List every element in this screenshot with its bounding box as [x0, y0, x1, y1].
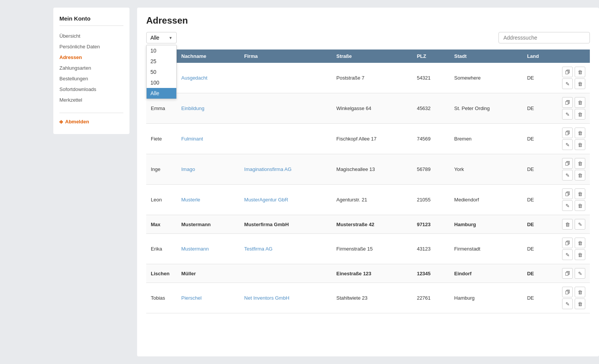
copy-address-button[interactable]: 🗍: [562, 158, 573, 169]
logout-button[interactable]: ⎆ Abmelden: [59, 117, 89, 126]
cell-firma: [240, 63, 332, 93]
cell-plz: 45632: [412, 93, 450, 124]
cell-nachname: Mustermann: [177, 234, 240, 264]
col-land: Land: [522, 49, 557, 63]
delete-address-button-bottom[interactable]: 🗑: [575, 78, 585, 89]
cell-strasse: Stahltwiete 23: [332, 283, 412, 313]
edit-address-button[interactable]: ✎: [575, 268, 585, 279]
edit-address-button[interactable]: ✎: [562, 299, 573, 309]
cell-vorname: Tobias: [146, 283, 177, 313]
delete-address-button-bottom[interactable]: 🗑: [575, 139, 585, 150]
cell-actions: 🗍🗑✎🗑: [557, 63, 590, 93]
two-row-actions: 🗍🗑✎🗑: [561, 188, 585, 211]
table-row: TobiasPierschelNet Inventors GmbHStahltw…: [146, 283, 590, 313]
edit-address-button[interactable]: ✎: [562, 170, 573, 180]
cell-nachname: Imago: [177, 154, 240, 185]
cell-nachname: Mustermann: [177, 215, 240, 234]
cell-plz: 74569: [412, 124, 450, 154]
delete-address-button[interactable]: 🗑: [562, 219, 573, 230]
nav-item-bestellungen[interactable]: Bestellungen: [59, 73, 123, 84]
two-row-actions: 🗍🗑✎🗑: [561, 158, 585, 180]
cell-nachname: Einbildung: [177, 93, 240, 124]
dropdown-option-50[interactable]: 50: [147, 67, 176, 77]
cell-actions: 🗍🗑✎🗑: [557, 185, 590, 215]
copy-address-button[interactable]: 🗍: [562, 188, 573, 199]
col-firma: Firma: [240, 49, 332, 63]
nav-item-adressen[interactable]: Adressen: [59, 52, 123, 62]
dropdown-option-25[interactable]: 25: [147, 56, 176, 67]
nav-item-sofortdownloads[interactable]: Sofortdownloads: [59, 84, 123, 94]
delete-address-button-top[interactable]: 🗑: [575, 158, 585, 169]
delete-address-button-bottom[interactable]: 🗑: [575, 170, 585, 180]
cell-land: DE: [522, 185, 557, 215]
cell-land: DE: [522, 283, 557, 313]
cell-strasse: Fischkopf Allee 17: [332, 124, 412, 154]
delete-address-button-top[interactable]: 🗑: [575, 128, 585, 138]
edit-address-button[interactable]: ✎: [562, 139, 573, 150]
cell-vorname: Max: [146, 215, 177, 234]
cell-firma: Testfirma AG: [240, 234, 332, 264]
delete-address-button-top[interactable]: 🗑: [575, 97, 585, 108]
col-plz: PLZ: [412, 49, 450, 63]
cell-firma: MusterAgentur GbR: [240, 185, 332, 215]
cell-stadt: Hamburg: [450, 215, 522, 234]
dropdown-option-alle[interactable]: Alle: [147, 88, 176, 99]
table-row: ErikaMustermannTestfirma AGFirmenstraße …: [146, 234, 590, 264]
delete-address-button-top[interactable]: 🗑: [575, 287, 585, 297]
cell-actions: 🗍🗑✎🗑: [557, 124, 590, 154]
table-row: LeonMusterleMusterAgentur GbRAgenturstr.…: [146, 185, 590, 215]
cell-actions: 🗍🗑✎🗑: [557, 93, 590, 124]
table-row: LischenMüllerEinestraße 12312345EindorfD…: [146, 264, 590, 283]
delete-address-button-top[interactable]: 🗑: [575, 188, 585, 199]
per-page-dropdown-wrapper: Alle ▼ 10 25 50 100 Alle: [146, 32, 177, 43]
delete-address-button-bottom[interactable]: 🗑: [575, 299, 585, 309]
cell-strasse: Musterstraße 42: [332, 215, 412, 234]
edit-address-button[interactable]: ✎: [562, 78, 573, 89]
cell-vorname: Lischen: [146, 264, 177, 283]
nav-item-ubersicht[interactable]: Übersicht: [59, 30, 123, 41]
col-actions: [557, 49, 590, 63]
col-strasse: Straße: [332, 49, 412, 63]
nav-item-zahlungsarten[interactable]: Zahlungsarten: [59, 62, 123, 73]
cell-strasse: Winkelgasse 64: [332, 93, 412, 124]
dropdown-selected-value: Alle: [150, 35, 159, 41]
cell-land: DE: [522, 154, 557, 185]
copy-address-button[interactable]: 🗍: [562, 287, 573, 297]
cell-land: DE: [522, 124, 557, 154]
copy-address-button[interactable]: 🗍: [562, 268, 573, 279]
cell-nachname: Pierschel: [177, 283, 240, 313]
account-nav-list: Übersicht Persönliche Daten Adressen Zah…: [59, 30, 123, 105]
nav-item-persdata[interactable]: Persönliche Daten: [59, 41, 123, 52]
cell-stadt: Somewhere: [450, 63, 522, 93]
edit-address-button[interactable]: ✎: [575, 219, 585, 230]
cell-plz: 97123: [412, 215, 450, 234]
dropdown-option-100[interactable]: 100: [147, 77, 176, 88]
nav-item-merkzettel[interactable]: Merkzettel: [59, 94, 123, 105]
delete-address-button-top[interactable]: 🗑: [575, 238, 585, 248]
edit-address-button[interactable]: ✎: [562, 249, 573, 260]
copy-address-button[interactable]: 🗍: [562, 128, 573, 138]
page-title: Adressen: [146, 15, 590, 26]
cell-vorname: Fiete: [146, 124, 177, 154]
cell-stadt: Firmenstadt: [450, 234, 522, 264]
cell-actions: 🗍🗑✎🗑: [557, 154, 590, 185]
left-sidebar: [0, 0, 53, 364]
delete-address-button-bottom[interactable]: 🗑: [575, 200, 585, 211]
copy-address-button[interactable]: 🗍: [562, 97, 573, 108]
cell-land: DE: [522, 93, 557, 124]
per-page-dropdown-button[interactable]: Alle ▼: [146, 32, 177, 43]
delete-address-button-bottom[interactable]: 🗑: [575, 249, 585, 260]
col-stadt: Stadt: [450, 49, 522, 63]
cell-strasse: Firmenstraße 15: [332, 234, 412, 264]
cell-nachname: Fulminant: [177, 124, 240, 154]
delete-address-button-top[interactable]: 🗑: [575, 67, 585, 77]
delete-address-button-bottom[interactable]: 🗑: [575, 109, 585, 120]
edit-address-button[interactable]: ✎: [562, 109, 573, 120]
dropdown-option-10[interactable]: 10: [147, 45, 176, 56]
cell-strasse: Agenturstr. 21: [332, 185, 412, 215]
search-input[interactable]: [498, 32, 590, 43]
copy-address-button[interactable]: 🗍: [562, 67, 573, 77]
cell-nachname: Müller: [177, 264, 240, 283]
edit-address-button[interactable]: ✎: [562, 200, 573, 211]
copy-address-button[interactable]: 🗍: [562, 238, 573, 248]
